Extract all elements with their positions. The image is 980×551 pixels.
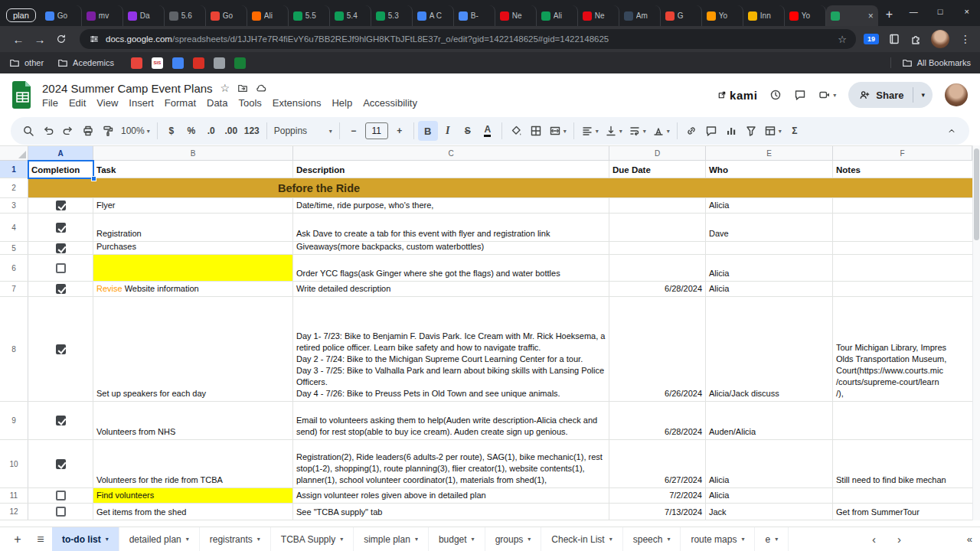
window-close-button[interactable]: × <box>953 0 980 23</box>
text-rotation-button[interactable]: ▾ <box>649 121 673 141</box>
increase-decimal-button[interactable]: .00 <box>221 121 241 141</box>
cell-task[interactable]: Purchases <box>93 242 293 254</box>
row-number[interactable]: 1 <box>0 161 28 178</box>
cell-due-date[interactable]: 7/2/2024 <box>609 488 706 503</box>
sheet-tab-menu-arrow[interactable]: ▾ <box>609 536 612 543</box>
star-icon[interactable]: ☆ <box>220 82 230 94</box>
sheet-tab[interactable]: registrants ▾ <box>200 527 271 551</box>
decrease-font-size-button[interactable]: − <box>344 121 364 141</box>
browser-tab[interactable]: 5.4 × <box>330 5 371 26</box>
browser-menu-icon[interactable]: ⋮ <box>959 33 972 45</box>
checkbox[interactable] <box>56 201 66 210</box>
zoom-select[interactable]: 100%▾ <box>118 121 153 141</box>
table-views-button[interactable]: ▾ <box>761 121 785 141</box>
cell-due-date[interactable] <box>609 242 706 254</box>
browser-tab[interactable]: Go × <box>206 5 247 26</box>
bookmark-favicon[interactable] <box>193 57 204 69</box>
cell-task[interactable]: Find volunteers <box>93 488 293 503</box>
address-bar[interactable]: docs.google.com/spreadsheets/d/1JJH7e7R4… <box>80 29 856 49</box>
sheet-tab-menu-arrow[interactable]: ▾ <box>257 536 260 543</box>
cell-due-date[interactable]: 6/27/2024 <box>609 440 706 487</box>
horizontal-align-button[interactable]: ▾ <box>578 121 602 141</box>
cell-task[interactable]: Set up speakers for each day <box>93 297 293 401</box>
redo-button[interactable] <box>58 121 78 141</box>
browser-tab[interactable]: Am × <box>619 5 661 26</box>
create-filter-button[interactable] <box>741 121 761 141</box>
borders-button[interactable] <box>526 121 546 141</box>
column-header[interactable]: A <box>28 146 93 161</box>
increase-font-size-button[interactable]: + <box>390 121 410 141</box>
all-bookmarks-button[interactable]: All Bookmarks <box>890 57 971 68</box>
cell-completion[interactable] <box>28 440 93 487</box>
cell-due-date[interactable] <box>609 198 706 213</box>
sheet-tab[interactable]: simple plan ▾ <box>354 527 429 551</box>
kami-extension-button[interactable]: kami <box>717 89 757 102</box>
cell-description[interactable]: Registration(2), Ride leaders(6 adults-2… <box>293 440 609 487</box>
menu-item[interactable]: Help <box>332 97 352 109</box>
sheet-tab[interactable]: to-do list ▾ <box>52 527 119 551</box>
column-header[interactable]: D <box>609 146 706 161</box>
cell-who-header[interactable]: Who <box>706 161 833 178</box>
sheet-tab[interactable]: Check-in List ▾ <box>541 527 622 551</box>
menu-item[interactable]: View <box>96 97 118 109</box>
sheet-tab-menu-arrow[interactable]: ▾ <box>415 536 418 543</box>
cell-who[interactable]: Jack <box>706 504 833 520</box>
tab-close-icon[interactable]: × <box>868 11 874 21</box>
cell-task[interactable]: Volunteers for the ride from TCBA <box>93 440 293 487</box>
cell-completion[interactable] <box>28 255 93 281</box>
sheet-tab[interactable]: route maps ▾ <box>681 527 755 551</box>
cell-completion[interactable] <box>28 198 93 213</box>
sheet-tab[interactable]: budget ▾ <box>429 527 485 551</box>
checkbox[interactable] <box>56 284 66 294</box>
cell-completion[interactable] <box>28 297 93 401</box>
cell-description[interactable]: Date/time, ride purpose, who's there, <box>293 198 609 213</box>
browser-tab[interactable]: Ali × <box>537 5 578 26</box>
extensions-puzzle-icon[interactable] <box>910 33 922 45</box>
cell-task[interactable]: Flyer <box>93 198 293 213</box>
print-button[interactable] <box>78 121 98 141</box>
column-header[interactable]: E <box>706 146 833 161</box>
checkbox[interactable] <box>56 344 66 354</box>
hide-toolbar-button[interactable] <box>942 121 962 141</box>
reading-list-icon[interactable] <box>888 33 900 45</box>
cell-task[interactable]: Revise Website information <box>93 282 293 296</box>
cell-due-date[interactable] <box>609 214 706 241</box>
row-number[interactable]: 11 <box>0 488 28 503</box>
cell-description-header[interactable]: Description <box>293 161 609 178</box>
cell-due-date[interactable]: 6/26/2024 <box>609 297 706 401</box>
browser-tab[interactable]: B- × <box>454 5 495 26</box>
insert-link-button[interactable] <box>681 121 701 141</box>
cell-notes[interactable] <box>833 214 972 241</box>
column-header[interactable]: F <box>833 146 972 161</box>
menu-item[interactable]: File <box>42 97 58 109</box>
version-history-icon[interactable] <box>769 89 782 101</box>
cell-who[interactable]: Alicia <box>706 255 833 281</box>
browser-tab[interactable]: × <box>826 5 878 26</box>
document-title[interactable]: 2024 Summer Camp Event Plans <box>42 82 213 95</box>
cell-description[interactable]: Ask Dave to create a tab for this event … <box>293 214 609 241</box>
browser-tab[interactable]: Yo × <box>785 5 826 26</box>
cell-due-date-header[interactable]: Due Date <box>609 161 706 178</box>
row-number[interactable]: 8 <box>0 297 28 401</box>
reload-button[interactable] <box>51 34 72 44</box>
column-header[interactable]: B <box>93 146 293 161</box>
bookmark-favicon[interactable] <box>214 57 225 69</box>
browser-profile-avatar[interactable] <box>931 30 949 48</box>
row-number[interactable]: 10 <box>0 440 28 487</box>
cell-notes[interactable] <box>833 198 972 213</box>
browser-tab[interactable]: 5.3 × <box>371 5 413 26</box>
browser-tab[interactable]: Yo × <box>702 5 743 26</box>
cell-notes[interactable] <box>833 242 972 254</box>
row-number[interactable]: 5 <box>0 242 28 254</box>
sheet-tab[interactable]: speech ▾ <box>623 527 681 551</box>
present-to-meet-button[interactable]: ▾ <box>818 89 836 101</box>
cell-description[interactable]: See "TCBA supply" tab <box>293 504 609 520</box>
cell-completion[interactable] <box>28 488 93 503</box>
cell-notes[interactable] <box>833 255 972 281</box>
fill-color-button[interactable] <box>506 121 526 141</box>
window-maximize-button[interactable]: □ <box>927 0 954 23</box>
collapse-panel-icon[interactable]: « <box>967 533 972 545</box>
cell-description[interactable]: Order YCC flags(ask Ginger where she got… <box>293 255 609 281</box>
toolbar-search-button[interactable] <box>18 121 38 141</box>
bookmark-star-icon[interactable]: ☆ <box>838 34 847 45</box>
